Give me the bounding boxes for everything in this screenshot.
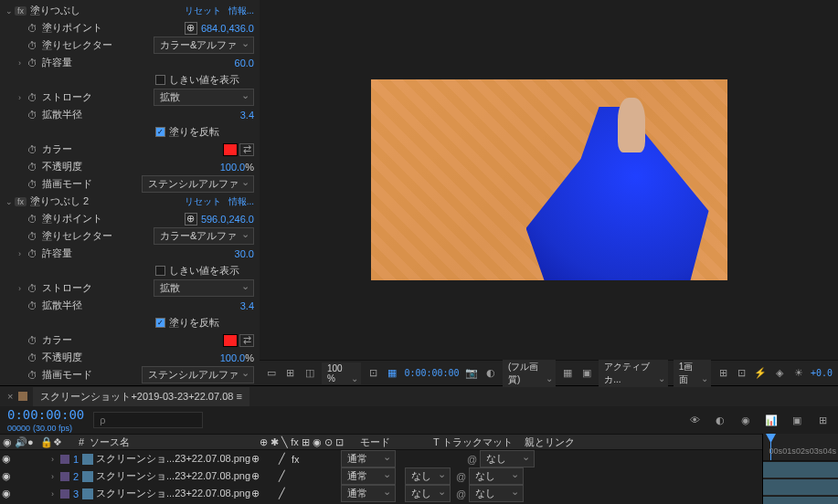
stopwatch-icon[interactable]: ⏱ [27, 283, 38, 294]
label-color[interactable] [60, 455, 69, 464]
region-icon[interactable]: ▦ [386, 365, 399, 382]
view-icon[interactable]: ▣ [580, 365, 594, 382]
layer-name[interactable]: スクリーンショ...23+22.07.08.png [96, 452, 251, 466]
3d-icon[interactable]: ◈ [773, 365, 787, 382]
layer-name[interactable]: スクリーンショ...23+22.07.08.png [96, 469, 251, 483]
stopwatch-icon[interactable]: ⏱ [27, 300, 38, 311]
checkbox[interactable]: ✓ [155, 318, 165, 328]
stopwatch-icon[interactable]: ⏱ [27, 40, 38, 51]
stopwatch-icon[interactable]: ⏱ [27, 110, 38, 121]
checkbox[interactable]: ✓ [155, 127, 165, 137]
transparency-icon[interactable]: ▦ [561, 365, 575, 382]
checkbox[interactable] [155, 266, 165, 276]
visibility-icon[interactable]: ◉ [0, 453, 13, 465]
info-link[interactable]: 情報... [228, 5, 254, 17]
numeric-value[interactable]: 3.4 [240, 300, 254, 311]
expand-icon[interactable]: › [51, 489, 60, 499]
reset-link[interactable]: リセット [185, 195, 221, 208]
effect-name[interactable]: 塗りつぶし 2 [30, 194, 185, 208]
visibility-icon[interactable]: ◉ [0, 470, 13, 482]
stopwatch-icon[interactable]: ⏱ [27, 144, 38, 155]
draft3d-icon[interactable]: ▣ [789, 412, 805, 428]
composition-tab[interactable]: スクリーンショット+2019-03-23+22.07.08 ≡ [33, 387, 249, 406]
stopwatch-icon[interactable]: ⏱ [27, 162, 38, 173]
expand-icon[interactable]: › [18, 249, 27, 258]
collapse-icon[interactable]: ⌄ [5, 197, 15, 206]
blend-mode-dropdown[interactable]: 通常 [341, 450, 396, 467]
info-link[interactable]: 情報... [228, 195, 254, 208]
percent-value[interactable]: 100.0 [220, 162, 246, 173]
camera-dropdown[interactable]: アクティブカ... [599, 360, 668, 387]
visibility-icon[interactable]: ◉ [0, 488, 13, 499]
dropdown[interactable]: カラー&アルファ [154, 37, 254, 54]
preview-timecode[interactable]: 0:00:00:00 [404, 368, 459, 378]
stopwatch-icon[interactable]: ⏱ [27, 231, 38, 242]
color-swatch[interactable] [223, 143, 238, 156]
search-input[interactable] [93, 412, 203, 428]
view-option2-icon[interactable]: ⊡ [735, 365, 748, 382]
cursor-icon[interactable]: ▭ [265, 365, 279, 382]
expand-icon[interactable]: › [18, 284, 27, 293]
preview-canvas[interactable] [260, 0, 838, 360]
track[interactable] [763, 496, 838, 504]
quality-dropdown[interactable]: (フル画質) [503, 360, 556, 387]
clip[interactable] [763, 479, 838, 495]
dropdown[interactable]: ステンシルアルファ [142, 366, 254, 383]
label-color[interactable] [60, 489, 69, 499]
stopwatch-icon[interactable]: ⏱ [27, 23, 38, 34]
stopwatch-icon[interactable]: ⏱ [27, 58, 38, 68]
zoom-dropdown[interactable]: 100 % [322, 362, 361, 384]
expand-icon[interactable]: › [18, 58, 27, 68]
clip[interactable] [763, 497, 838, 504]
checkbox[interactable] [155, 75, 165, 85]
exposure-offset[interactable]: +0.0 [811, 368, 833, 378]
blend-mode-dropdown[interactable]: 通常 [341, 467, 396, 485]
clip[interactable] [763, 462, 838, 478]
dropdown[interactable]: 拡散 [154, 279, 254, 297]
expand-icon[interactable]: › [51, 472, 60, 481]
dropdown[interactable]: 拡散 [154, 89, 254, 106]
parent-dropdown[interactable]: なし [469, 467, 524, 485]
stopwatch-icon[interactable]: ⏱ [27, 335, 38, 346]
dropdown[interactable]: ステンシルアルファ [142, 175, 254, 193]
pickwhip-icon[interactable]: @ [456, 471, 469, 482]
numeric-value[interactable]: 60.0 [235, 58, 254, 68]
views-dropdown[interactable]: 1画面 [674, 360, 711, 387]
stopwatch-icon[interactable]: ⏱ [27, 179, 38, 190]
graph-icon[interactable]: 📊 [763, 412, 780, 428]
layer-row[interactable]: ◉›1スクリーンショ...23+22.07.08.png⊕╱fx通常@なし [0, 450, 762, 467]
time-ruler[interactable]: 00s01s02s03s04s [763, 434, 838, 461]
layer-switches-icon[interactable]: ⊞ [814, 412, 831, 428]
numeric-value[interactable]: 30.0 [235, 248, 254, 259]
point-value[interactable]: 596.0,246.0 [201, 214, 254, 225]
stopwatch-icon[interactable]: ⏱ [27, 92, 38, 103]
fast-preview-icon[interactable]: ⚡ [754, 365, 768, 382]
numeric-value[interactable]: 3.4 [240, 110, 254, 121]
color-swatch[interactable] [223, 334, 238, 347]
stopwatch-icon[interactable]: ⏱ [27, 370, 38, 381]
effect-name[interactable]: 塗りつぶし [30, 4, 185, 17]
eyedropper-icon[interactable]: ⇄ [239, 334, 254, 347]
exposure-icon[interactable]: ☀ [791, 365, 805, 382]
resolution-icon[interactable]: ⊡ [366, 365, 380, 382]
collapse-icon[interactable]: ⌄ [5, 6, 15, 16]
snapshot-icon[interactable]: 📷 [465, 365, 479, 382]
view-option1-icon[interactable]: ⊞ [716, 365, 730, 382]
stopwatch-icon[interactable]: ⏱ [27, 352, 38, 363]
reset-link[interactable]: リセット [185, 5, 221, 17]
label-color[interactable] [60, 472, 69, 481]
eyedropper-icon[interactable]: ⇄ [239, 143, 254, 156]
frame-blend-icon[interactable]: ◐ [712, 412, 728, 428]
track[interactable] [763, 478, 838, 496]
mask-icon[interactable]: ◫ [302, 365, 316, 382]
dropdown[interactable]: カラー&アルファ [154, 227, 254, 245]
layer-name[interactable]: スクリーンショ...23+22.07.08.png [96, 487, 251, 500]
percent-value[interactable]: 100.0 [220, 352, 246, 363]
parent-dropdown[interactable]: なし [469, 485, 524, 502]
motion-blur-icon[interactable]: ◉ [737, 412, 754, 428]
point-target-icon[interactable]: ⊕ [185, 213, 197, 226]
expand-icon[interactable]: › [18, 93, 27, 102]
shy-icon[interactable]: 👁 [686, 412, 703, 428]
track[interactable] [763, 461, 838, 478]
pickwhip-icon[interactable]: @ [467, 454, 480, 465]
